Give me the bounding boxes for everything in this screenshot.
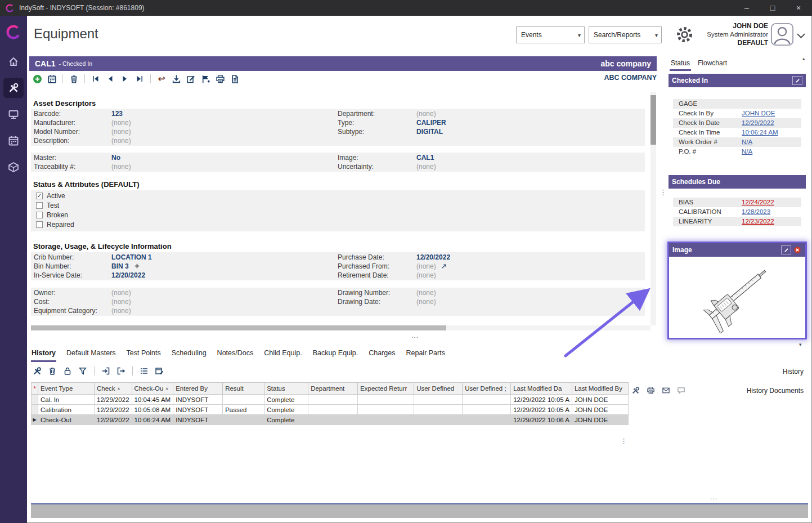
table-cell[interactable]: 12/29/2022 10:05 A bbox=[511, 395, 572, 405]
history-row[interactable]: Calibration12/29/202210:05:08 AMINDYSOFT… bbox=[32, 405, 629, 415]
table-cell[interactable]: JOHN DOE bbox=[572, 405, 628, 415]
import-button[interactable] bbox=[171, 73, 182, 84]
table-cell[interactable]: 12/29/2022 bbox=[95, 395, 132, 405]
lookup-icon[interactable] bbox=[441, 263, 447, 271]
table-cell[interactable] bbox=[414, 415, 463, 425]
table-cell[interactable] bbox=[223, 415, 264, 425]
table-cell[interactable]: INDYSOFT bbox=[173, 395, 223, 405]
column-header-user-defined[interactable]: User Defined bbox=[414, 383, 463, 395]
table-cell[interactable] bbox=[308, 415, 358, 425]
tab-charges[interactable]: Charges bbox=[368, 347, 396, 362]
check-out-button[interactable] bbox=[115, 365, 127, 377]
table-cell[interactable]: Passed bbox=[223, 405, 264, 415]
schedule-event-button[interactable] bbox=[154, 365, 165, 377]
schedule-button[interactable] bbox=[46, 73, 57, 84]
table-cell[interactable]: 12/29/2022 10:06 A bbox=[511, 415, 572, 425]
print-button[interactable] bbox=[214, 73, 226, 84]
work-order-link[interactable]: N/A bbox=[742, 137, 752, 147]
check-in-date-link[interactable]: 12/29/2022 bbox=[742, 118, 774, 128]
history-row[interactable]: Cal. In12/29/202210:04:45 AMINDYSOFTComp… bbox=[32, 395, 629, 405]
table-cell[interactable]: 12/29/2022 bbox=[95, 415, 132, 425]
minimize-button[interactable]: – bbox=[734, 0, 760, 16]
table-cell[interactable] bbox=[463, 415, 511, 425]
horizontal-splitter-handle[interactable]: ... bbox=[411, 332, 419, 339]
vertical-splitter-handle[interactable]: ⋮ bbox=[660, 188, 667, 196]
column-header-department[interactable]: Department bbox=[308, 383, 358, 395]
edit-record-button[interactable] bbox=[185, 73, 196, 84]
next-record-button[interactable] bbox=[119, 73, 131, 84]
details-list-button[interactable] bbox=[138, 365, 150, 377]
checkbox-test[interactable] bbox=[36, 202, 43, 209]
checkbox-broken[interactable] bbox=[36, 212, 43, 218]
tab-repair-parts[interactable]: Repair Parts bbox=[405, 347, 445, 362]
table-cell[interactable] bbox=[414, 405, 463, 415]
delete-history-button[interactable] bbox=[47, 365, 58, 377]
scroll-down-icon[interactable]: ▾ bbox=[799, 342, 802, 347]
schedule-date-link[interactable]: 12/24/2022 bbox=[742, 198, 774, 207]
doc-comment-button[interactable] bbox=[676, 385, 686, 395]
tab-scheduling[interactable]: Scheduling bbox=[171, 347, 207, 362]
form-vertical-scrollbar[interactable] bbox=[651, 92, 656, 325]
filter-button[interactable] bbox=[77, 365, 88, 377]
tab-child-equip[interactable]: Child Equip. bbox=[263, 347, 302, 362]
first-record-button[interactable] bbox=[90, 73, 101, 84]
previous-record-button[interactable] bbox=[105, 73, 116, 84]
table-cell[interactable]: Check-Out bbox=[38, 415, 95, 425]
check-in-by-link[interactable]: JOHN DOE bbox=[742, 109, 775, 118]
undo-button[interactable]: ↩ bbox=[156, 73, 167, 84]
tab-notes-docs[interactable]: Notes/Docs bbox=[217, 347, 254, 362]
tools-button[interactable] bbox=[32, 365, 43, 377]
table-cell[interactable] bbox=[358, 405, 414, 415]
tab-status[interactable]: Status bbox=[670, 58, 691, 71]
edit-status-button[interactable] bbox=[792, 76, 802, 85]
sidebar-item-inventory[interactable] bbox=[3, 157, 24, 177]
table-cell[interactable]: Cal. In bbox=[38, 395, 95, 405]
schedule-date-link[interactable]: 12/23/2022 bbox=[742, 217, 774, 226]
column-header-last-modified-da[interactable]: Last Modified Da bbox=[511, 383, 572, 395]
doc-tools-button[interactable] bbox=[630, 385, 640, 395]
table-cell[interactable]: 10:06:24 AM bbox=[132, 415, 173, 425]
sidebar-item-devices[interactable] bbox=[3, 104, 24, 124]
tab-history[interactable]: History bbox=[31, 347, 56, 362]
column-header-result[interactable]: Result bbox=[223, 383, 264, 395]
maximize-button[interactable]: □ bbox=[760, 0, 786, 16]
events-dropdown[interactable]: Events▾ bbox=[516, 26, 585, 43]
check-in-time-link[interactable]: 10:06:24 AM bbox=[742, 128, 778, 137]
column-header-check-ou[interactable]: Check-Ou▲ bbox=[132, 383, 173, 395]
table-cell[interactable]: JOHN DOE bbox=[572, 415, 628, 425]
add-bin-icon[interactable] bbox=[134, 263, 140, 271]
table-cell[interactable] bbox=[223, 395, 264, 405]
table-cell[interactable] bbox=[358, 395, 414, 405]
table-cell[interactable] bbox=[308, 395, 358, 405]
edit-image-button[interactable] bbox=[781, 245, 791, 254]
scroll-up-icon[interactable]: ▴ bbox=[802, 56, 805, 61]
sidebar-item-calendar[interactable] bbox=[3, 131, 24, 151]
table-cell[interactable]: Calibration bbox=[38, 405, 95, 415]
tab-test-points[interactable]: Test Points bbox=[126, 347, 161, 362]
table-cell[interactable]: INDYSOFT bbox=[173, 415, 223, 425]
table-cell[interactable]: Complete bbox=[264, 405, 308, 415]
table-cell[interactable] bbox=[358, 415, 414, 425]
company-link[interactable]: ABC COMPANY bbox=[604, 74, 657, 82]
column-header-last-modified-by[interactable]: Last Modified By bbox=[572, 383, 628, 395]
column-header-user-defined[interactable]: User Defined ; bbox=[463, 383, 511, 395]
column-header-check[interactable]: Check▲ bbox=[95, 383, 132, 395]
table-cell[interactable]: 12/29/2022 bbox=[95, 405, 132, 415]
bottom-splitter-handle[interactable]: ... bbox=[710, 493, 717, 501]
sidebar-item-equipment[interactable] bbox=[3, 78, 24, 98]
bottom-scrollbar[interactable] bbox=[31, 504, 808, 518]
column-header-event-type[interactable]: Event Type bbox=[38, 383, 95, 395]
check-in-button[interactable] bbox=[100, 365, 111, 377]
table-cell[interactable] bbox=[463, 405, 511, 415]
history-row[interactable]: ▶Check-Out12/29/202210:06:24 AMINDYSOFTC… bbox=[32, 415, 629, 425]
table-cell[interactable]: INDYSOFT bbox=[173, 405, 223, 415]
add-button[interactable] bbox=[32, 73, 43, 84]
checkbox-active[interactable]: ✓ bbox=[36, 193, 43, 199]
table-cell[interactable]: Complete bbox=[264, 395, 308, 405]
doc-email-button[interactable] bbox=[661, 385, 671, 395]
flag-button[interactable] bbox=[200, 73, 211, 84]
lock-button[interactable] bbox=[62, 365, 73, 377]
table-cell[interactable]: 10:05:08 AM bbox=[132, 405, 173, 415]
table-cell[interactable] bbox=[463, 395, 511, 405]
report-button[interactable] bbox=[229, 73, 240, 84]
